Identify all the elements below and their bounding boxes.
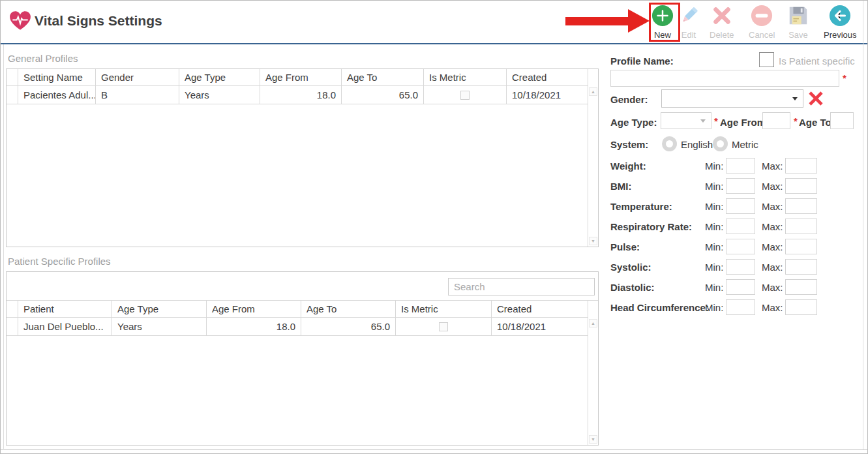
annotation-arrow-icon <box>628 9 650 33</box>
head-circumference-label: Head Circumference: <box>610 302 709 313</box>
column-header[interactable]: Created <box>507 69 588 85</box>
respiratory-rate-min-input[interactable] <box>726 219 755 234</box>
table-row[interactable]: Juan Del Pueblo... Years 18.0 65.0 10/18… <box>7 318 588 336</box>
vital-signs-settings-window: Vital Signs Settings New Edit Delete <box>0 0 868 454</box>
systolic-label: Systolic: <box>610 262 651 273</box>
is-patient-specific-checkbox[interactable] <box>759 52 774 67</box>
cancel-button[interactable]: Cancel <box>749 5 775 40</box>
header-separator <box>1 43 867 44</box>
min-label: Min: <box>705 221 723 232</box>
weight-min-input[interactable] <box>726 158 755 174</box>
delete-button-label: Delete <box>710 30 734 40</box>
created-cell: 10/18/2021 <box>492 318 588 335</box>
age-type-dropdown-value <box>661 115 665 126</box>
created-cell: 10/18/2021 <box>507 86 588 104</box>
column-header[interactable]: Gender <box>96 69 179 85</box>
new-button-label: New <box>654 30 671 40</box>
back-arrow-icon <box>829 5 851 29</box>
head-circumference-max-input[interactable] <box>785 299 817 315</box>
bmi-min-input[interactable] <box>726 178 755 194</box>
required-asterisk: * <box>714 115 718 127</box>
gender-cell: B <box>96 86 179 104</box>
temperature-label: Temperature: <box>610 201 672 212</box>
min-label: Min: <box>705 282 723 293</box>
scroll-up-icon[interactable]: ▲ <box>589 87 597 96</box>
pulse-min-input[interactable] <box>726 239 755 254</box>
min-label: Min: <box>705 241 723 252</box>
age-to-input[interactable] <box>830 112 854 129</box>
age-type-label: Age Type: <box>610 117 657 128</box>
age-from-cell: 18.0 <box>260 86 342 104</box>
system-metric-label: Metric <box>732 139 758 150</box>
max-label: Max: <box>762 201 783 212</box>
age-type-cell: Years <box>112 318 207 335</box>
column-header[interactable]: Age From <box>207 301 301 317</box>
delete-button[interactable]: Delete <box>710 5 734 40</box>
general-profiles-scrollbar[interactable]: ▲ ▼ <box>588 69 598 247</box>
temperature-max-input[interactable] <box>785 198 817 214</box>
column-header[interactable]: Age Type <box>179 69 260 85</box>
patient-cell: Juan Del Pueblo... <box>18 318 112 335</box>
patient-profiles-scrollbar[interactable]: ▲ ▼ <box>588 301 598 445</box>
search-input[interactable] <box>448 278 595 295</box>
is-patient-specific-label: Is Patient specific <box>779 55 855 67</box>
weight-max-input[interactable] <box>785 158 817 174</box>
gender-clear-button[interactable] <box>808 91 824 108</box>
systolic-max-input[interactable] <box>785 259 817 275</box>
no-entry-icon <box>751 5 773 29</box>
system-metric-radio[interactable] <box>713 136 728 151</box>
age-type-dropdown[interactable] <box>661 112 711 129</box>
gender-label: Gender: <box>610 94 648 105</box>
respiratory-rate-label: Respiratory Rate: <box>610 221 692 232</box>
row-selector-cell[interactable] <box>7 318 18 335</box>
diastolic-label: Diastolic: <box>610 282 655 293</box>
setting-name-cell: Pacientes Adul... <box>18 86 96 104</box>
column-header[interactable]: Age To <box>342 69 424 85</box>
annotation-arrow-shaft <box>565 17 629 25</box>
general-profiles-header-row: Setting Name Gender Age Type Age From Ag… <box>7 69 588 86</box>
column-header[interactable]: Age Type <box>112 301 207 317</box>
bottom-border <box>1 449 867 450</box>
scroll-down-icon[interactable]: ▼ <box>589 435 597 444</box>
column-header[interactable]: Setting Name <box>18 69 96 85</box>
column-header[interactable]: Patient <box>18 301 112 317</box>
pulse-max-input[interactable] <box>785 239 817 254</box>
column-header[interactable]: Age From <box>260 69 342 85</box>
gender-dropdown[interactable] <box>661 89 803 108</box>
column-header[interactable]: Is Metric <box>396 301 492 317</box>
diastolic-min-input[interactable] <box>726 279 755 295</box>
table-row[interactable]: Pacientes Adul... B Years 18.0 65.0 10/1… <box>7 86 588 104</box>
save-button-label: Save <box>788 30 808 40</box>
diastolic-max-input[interactable] <box>785 279 817 295</box>
cancel-button-label: Cancel <box>749 30 775 40</box>
required-asterisk: * <box>843 72 846 83</box>
scroll-up-icon[interactable]: ▲ <box>589 319 597 327</box>
patient-profiles-title: Patient Specific Profiles <box>8 256 111 267</box>
pulse-label: Pulse: <box>610 241 640 252</box>
respiratory-rate-max-input[interactable] <box>785 219 817 234</box>
chevron-down-icon <box>792 97 798 100</box>
column-header[interactable]: Age To <box>301 301 396 317</box>
head-circumference-min-input[interactable] <box>726 299 755 315</box>
new-button[interactable]: New <box>651 5 674 40</box>
max-label: Max: <box>762 221 783 232</box>
temperature-min-input[interactable] <box>726 198 755 214</box>
row-selector-cell[interactable] <box>7 86 18 104</box>
column-header[interactable]: Created <box>492 301 588 317</box>
bmi-max-input[interactable] <box>785 178 817 194</box>
right-border <box>863 1 863 449</box>
age-type-cell: Years <box>179 86 260 104</box>
profile-name-input[interactable] <box>610 70 839 87</box>
previous-button[interactable]: Previous <box>824 5 857 40</box>
row-selector-header <box>7 301 18 317</box>
min-label: Min: <box>705 262 723 273</box>
row-selector-header <box>7 69 18 85</box>
scroll-down-icon[interactable]: ▼ <box>589 237 597 245</box>
save-button[interactable]: Save <box>787 5 809 40</box>
column-header[interactable]: Is Metric <box>424 69 507 85</box>
patient-profiles-header-row: Patient Age Type Age From Age To Is Metr… <box>7 301 588 318</box>
systolic-min-input[interactable] <box>726 259 755 275</box>
system-english-radio[interactable] <box>662 136 677 151</box>
edit-button[interactable]: Edit <box>678 5 700 40</box>
age-from-input[interactable] <box>762 112 790 129</box>
